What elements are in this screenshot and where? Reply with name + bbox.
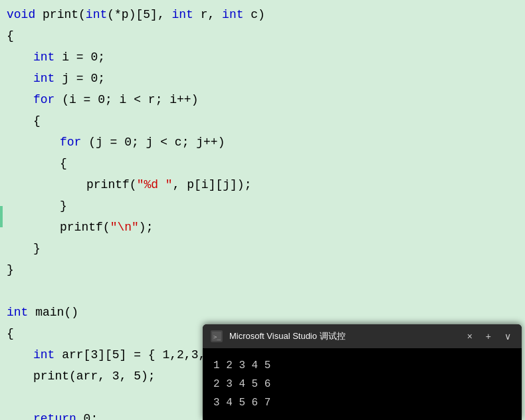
code-line-11: printf("\n"); [60,217,525,238]
terminal-add-btn[interactable]: + [483,330,494,343]
terminal-icon: >_ [211,330,223,342]
terminal-controls: × + ∨ [465,330,514,343]
code-line-4: int j = 0; [33,68,525,89]
code-line-15: int main() [7,302,525,323]
watermark-line1: CSDN znwx.cn [460,394,520,404]
code-line-2: { [7,25,525,47]
code-line-14 [7,280,525,302]
code-line-5: for (i = 0; i < r; i++) [33,89,525,110]
terminal-more-btn[interactable]: ∨ [502,330,514,343]
code-line-3: int i = 0; [33,47,525,68]
code-line-10: } [60,195,525,217]
terminal-title: Microsoft Visual Studio 调试控 [229,330,458,342]
terminal-output-1: 1 2 3 4 5 [213,356,511,375]
code-line-7: for (j = 0; j < c; j++) [60,132,525,153]
terminal-close-btn[interactable]: × [465,330,475,343]
watermark: CSDN znwx.cn @TANGLONG222 [460,394,520,415]
code-line-9: printf("%d ", p[i][j]); [86,174,525,195]
code-line-8: { [60,153,525,174]
terminal-titlebar: >_ Microsoft Visual Studio 调试控 × + ∨ [203,324,522,348]
accent-border [0,206,3,227]
svg-text:>_: >_ [213,334,221,340]
kw-void: void [7,4,35,25]
terminal-output-2: 2 3 4 5 6 [213,375,511,393]
code-line-6: { [33,110,525,132]
code-editor: void print(int(*p)[5], int r, int c) { i… [0,0,525,420]
code-line-1: void print(int(*p)[5], int r, int c) [7,4,525,25]
watermark-line2: @TANGLONG222 [460,405,520,415]
code-line-13: } [7,259,525,280]
code-line-12: } [33,238,525,259]
fn-print: print [43,4,78,25]
